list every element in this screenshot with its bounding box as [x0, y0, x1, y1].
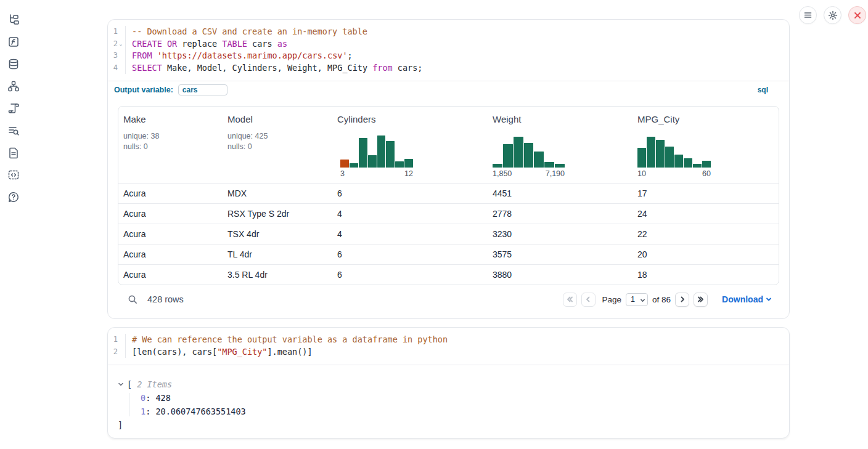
close-bracket: ] — [118, 418, 779, 432]
table-cell: 4 — [332, 209, 488, 219]
histogram-bar — [340, 160, 349, 168]
line-number: 1 — [108, 26, 126, 38]
output-variable-input[interactable] — [178, 84, 227, 95]
table-cell: 6 — [332, 249, 488, 259]
code-text: FROM 'https://datasets.marimo.app/cars.c… — [126, 50, 353, 62]
tree-entry: 0: 428 — [141, 391, 779, 405]
table-cell: 2778 — [488, 209, 633, 219]
histogram-bar — [665, 147, 674, 168]
code-line[interactable]: 1-- Download a CSV and create an in-memo… — [108, 26, 789, 38]
code-line[interactable]: 1# We can reference the output variable … — [108, 334, 789, 346]
chevron-down-icon — [118, 381, 124, 387]
table-row[interactable]: AcuraTSX 4dr4323022 — [118, 224, 779, 244]
histogram-bars — [340, 136, 413, 168]
histogram-mpg_city[interactable]: 1060 — [637, 136, 711, 178]
histogram-bar — [503, 144, 513, 168]
snippets-icon[interactable] — [7, 169, 20, 181]
menu-button[interactable] — [799, 6, 817, 24]
search-button[interactable] — [124, 291, 141, 308]
python-code-editor[interactable]: 1# We can reference the output variable … — [108, 328, 789, 365]
histogram-bars — [493, 136, 565, 168]
table-cell: 3575 — [488, 249, 633, 259]
page-label: Page — [602, 295, 622, 304]
histogram-bar — [386, 141, 395, 168]
entry-value: 20.060747663551403 — [155, 407, 245, 416]
column-header-cylinders[interactable]: Cylinders312 — [332, 107, 488, 183]
dependency-graph-icon[interactable] — [7, 80, 20, 92]
shutdown-button[interactable] — [848, 6, 866, 24]
histogram-bar — [647, 137, 655, 168]
download-menu[interactable]: Download — [722, 294, 772, 304]
table-cell: 24 — [633, 209, 779, 219]
histogram-weight[interactable]: 1,8507,190 — [493, 136, 565, 178]
column-name: Cylinders — [337, 114, 483, 124]
code-line[interactable]: 3FROM 'https://datasets.marimo.app/cars.… — [108, 50, 789, 62]
fold-chevron-icon[interactable]: ⌄ — [118, 38, 124, 51]
sidebar — [0, 0, 27, 449]
table-cell: MDX — [223, 188, 332, 198]
variables-icon[interactable] — [7, 36, 20, 48]
entry-key: 1 — [141, 407, 145, 416]
entry-key: 0 — [141, 393, 145, 403]
row-count: 428 rows — [147, 294, 184, 304]
table-cell: 20 — [633, 249, 779, 259]
page-select[interactable]: 1 — [626, 293, 648, 306]
entry-value: 428 — [155, 393, 170, 403]
column-name: MPG_City — [637, 114, 774, 124]
last-page-button[interactable] — [694, 293, 708, 307]
table-output: Makeunique: 38nulls: 0Modelunique: 425nu… — [108, 98, 789, 313]
file-explorer-icon[interactable] — [7, 14, 20, 26]
collapse-caret[interactable] — [118, 381, 127, 387]
chevrons-left-icon — [566, 296, 573, 303]
indent-guide — [129, 393, 129, 416]
table-footer: 428 rows Page 1 of 86 — [118, 285, 779, 313]
table-row[interactable]: AcuraRSX Type S 2dr4277824 — [118, 203, 779, 224]
column-header-mpg_city[interactable]: MPG_City1060 — [633, 107, 779, 183]
help-icon[interactable] — [7, 191, 20, 203]
table-cell: 6 — [332, 188, 488, 198]
column-header-weight[interactable]: Weight1,8507,190 — [488, 107, 633, 183]
line-number: 1 — [108, 334, 126, 346]
code-line[interactable]: 4SELECT Make, Model, Cylinders, Weight, … — [108, 62, 789, 75]
table-cell: Acura — [118, 229, 223, 239]
table-row[interactable]: AcuraTL 4dr6357520 — [118, 244, 779, 264]
items-count: 2 Items — [137, 378, 172, 391]
table-cell: TSX 4dr — [223, 229, 332, 239]
chevron-right-icon — [679, 296, 686, 303]
tree-root: [ 2 Items — [118, 378, 779, 391]
table-body: AcuraMDX6445117AcuraRSX Type S 2dr427782… — [118, 183, 779, 285]
prev-page-button[interactable] — [581, 293, 596, 307]
code-line[interactable]: 2⌄CREATE OR replace TABLE cars as — [108, 38, 789, 51]
page-total: of 86 — [652, 295, 671, 304]
code-text: SELECT Make, Model, Cylinders, Weight, M… — [126, 62, 422, 75]
table-cell: Acura — [118, 188, 223, 198]
next-page-button[interactable] — [675, 293, 689, 307]
table-cell: 4451 — [488, 188, 633, 198]
line-number: 2 — [108, 346, 126, 358]
close-icon — [854, 12, 861, 19]
code-text: -- Download a CSV and create an in-memor… — [126, 26, 367, 38]
settings-button[interactable] — [824, 6, 841, 24]
histogram-cylinders[interactable]: 312 — [340, 136, 413, 178]
histogram-bar — [637, 148, 646, 168]
scratchpad-icon[interactable] — [7, 102, 20, 115]
datasources-icon[interactable] — [7, 58, 20, 70]
python-output: [ 2 Items 0: 4281: 20.060747663551403 ] — [108, 365, 789, 440]
histogram-bar — [656, 140, 665, 168]
histogram-bar — [534, 152, 544, 168]
logs-icon[interactable] — [7, 124, 20, 137]
histogram-bar — [395, 161, 404, 168]
column-header-make[interactable]: Makeunique: 38nulls: 0 — [118, 107, 223, 183]
histogram-axis-labels: 1,8507,190 — [493, 169, 565, 178]
column-header-model[interactable]: Modelunique: 425nulls: 0 — [223, 107, 332, 183]
sql-code-editor[interactable]: 1-- Download a CSV and create an in-memo… — [108, 20, 789, 81]
histogram-axis-labels: 1060 — [637, 169, 711, 178]
documentation-icon[interactable] — [7, 147, 20, 159]
table-row[interactable]: AcuraMDX6445117 — [118, 183, 779, 203]
table-row[interactable]: Acura3.5 RL 4dr6388018 — [118, 264, 779, 285]
chevron-left-icon — [584, 296, 592, 303]
table-cell: Acura — [118, 270, 223, 280]
histogram-axis-labels: 312 — [340, 169, 413, 178]
first-page-button[interactable] — [563, 293, 577, 307]
code-line[interactable]: 2[len(cars), cars["MPG_City"].mean()] — [108, 346, 789, 358]
